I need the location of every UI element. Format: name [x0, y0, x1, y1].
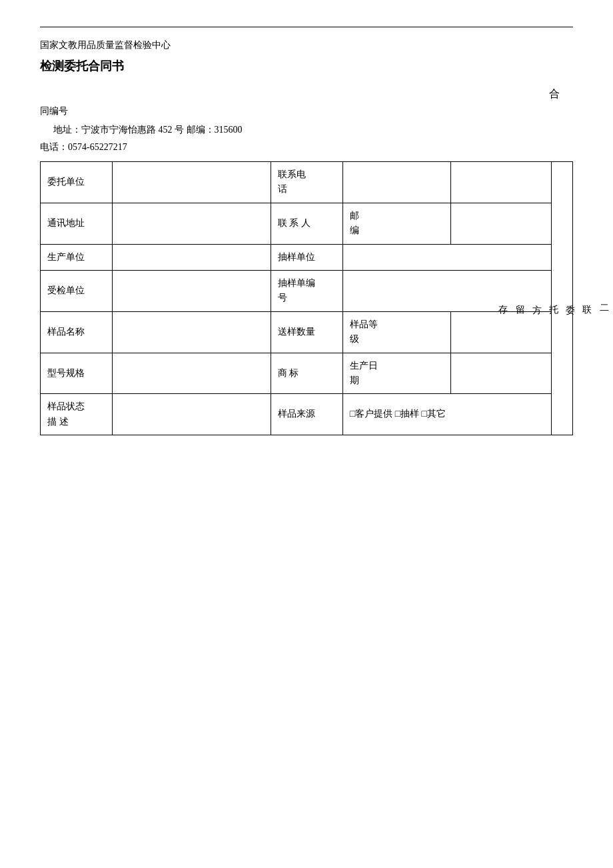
- cell-label-lianxiren: 联 系 人: [271, 203, 342, 244]
- table-row: 型号规格 商 标 生产日 期: [41, 353, 552, 394]
- cell-label-shengchanriqi: 生产日 期: [342, 353, 450, 394]
- cell-value-shengchandanwei: [113, 244, 271, 270]
- form-table-wrapper: 委托单位 联系电 话 通讯地址 联 系 人 邮 编 生产单位 抽样单位: [40, 161, 552, 435]
- cell-label-chouyangbianhao: 抽样单编 号: [271, 270, 342, 311]
- table-row: 通讯地址 联 系 人 邮 编: [41, 203, 552, 244]
- cell-value-youbian: [450, 203, 551, 244]
- cell-label-shoujianunit: 受检单位: [41, 270, 113, 311]
- cell-value-yapindengji: [450, 311, 551, 353]
- cell-value-lianxidianhua: [342, 162, 450, 203]
- cell-value-xinghaoguige: [113, 353, 271, 394]
- table-row: 委托单位 联系电 话: [41, 162, 552, 203]
- table-row: 样品状态 描 述 样品来源 □客户提供 □抽样 □其它: [41, 394, 552, 435]
- contract-id-label: 同编号: [40, 105, 573, 117]
- table-row: 样品名称 送样数量 样品等 级: [41, 311, 552, 353]
- cell-label-yapinmingcheng: 样品名称: [41, 311, 113, 353]
- form-table: 委托单位 联系电 话 通讯地址 联 系 人 邮 编 生产单位 抽样单位: [40, 161, 552, 435]
- cell-label-youbian: 邮 编: [342, 203, 450, 244]
- he-character: 合: [40, 87, 573, 101]
- cell-value-yapinmingcheng: [113, 311, 271, 353]
- phone-line: 电话：0574-65227217: [40, 141, 573, 153]
- address-line: 地址：宁波市宁海怡惠路 452 号 邮编：315600: [53, 124, 573, 136]
- cell-value-chouyangdanwei: [342, 244, 551, 270]
- cell-label-weituodanwei: 委托单位: [41, 162, 113, 203]
- cell-value-shengchanriqi: [450, 353, 551, 394]
- cell-label-shengchandanwei: 生产单位: [41, 244, 113, 270]
- cell-label-yapinzhuangtai: 样品状态 描 述: [41, 394, 113, 435]
- cell-value-weituodanwei: [113, 162, 271, 203]
- cell-value-yapinzhuangtai: [113, 394, 271, 435]
- cell-value-yapinlaiyuan: □客户提供 □抽样 □其它: [342, 394, 551, 435]
- cell-label-tongxundizhi: 通讯地址: [41, 203, 113, 244]
- table-row: 生产单位 抽样单位: [41, 244, 552, 270]
- cell-value-chouyangbianhao: [342, 270, 551, 311]
- cell-label-yapinlaiyuan: 样品来源: [271, 394, 342, 435]
- cell-label-shangbiao: 商 标: [271, 353, 342, 394]
- table-row: 受检单位 抽样单编 号: [41, 270, 552, 311]
- cell-label-xinghaoguige: 型号规格: [41, 353, 113, 394]
- top-divider: [40, 27, 573, 27]
- cell-label-chouyangdanwei: 抽样单位: [271, 244, 342, 270]
- cell-label-lianxidianhua: 联系电 话: [271, 162, 342, 203]
- doc-title: 检测委托合同书: [40, 58, 573, 74]
- cell-value-tongxundizhi: [113, 203, 271, 244]
- org-name: 国家文教用品质量监督检验中心: [40, 39, 573, 51]
- cell-label-songyangshuliang: 送样数量: [271, 311, 342, 353]
- cell-value-shoujianunit: [113, 270, 271, 311]
- side-text: 第二联委托方留存: [552, 161, 573, 435]
- cell-label-yapindengji: 样品等 级: [342, 311, 450, 353]
